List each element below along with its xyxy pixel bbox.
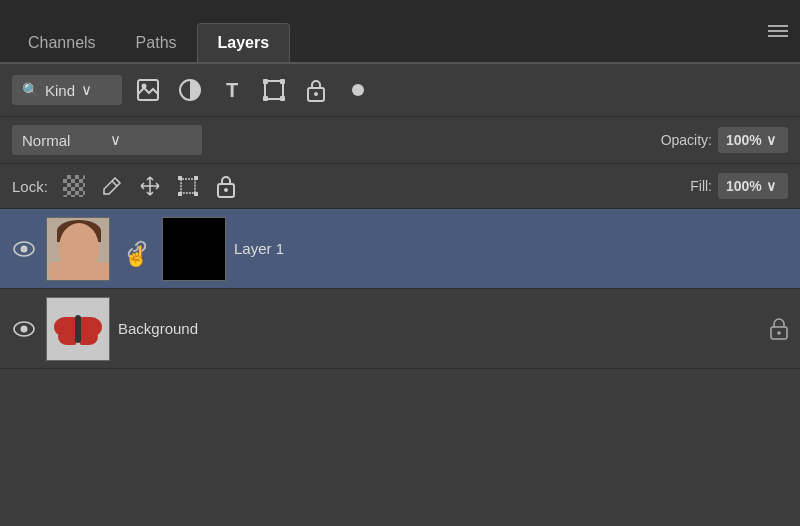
lock-filter-icon[interactable]: [300, 74, 332, 106]
artboard-icon: [177, 175, 199, 197]
blend-mode-label: Normal: [22, 132, 104, 149]
lock-all-button[interactable]: [212, 172, 240, 200]
eye-icon: [13, 321, 35, 337]
butterfly-wing: [80, 329, 98, 345]
svg-point-21: [21, 325, 28, 332]
svg-rect-16: [194, 192, 198, 196]
lock-transparent-pixels-button[interactable]: [60, 172, 88, 200]
checkerboard-icon: [63, 175, 85, 197]
layer-name: Background: [118, 320, 760, 337]
layers-panel: Channels Paths Layers 🔍 Kind ∨: [0, 0, 800, 526]
chain-icon: [126, 239, 146, 259]
svg-point-19: [21, 245, 28, 252]
panel-menu-button[interactable]: [768, 25, 788, 37]
search-icon: 🔍: [22, 82, 39, 98]
svg-rect-4: [263, 79, 268, 84]
layer-item[interactable]: Background: [0, 289, 800, 369]
fill-value: 100%: [726, 178, 762, 194]
svg-rect-5: [280, 79, 285, 84]
svg-point-10: [352, 84, 364, 96]
svg-rect-12: [181, 179, 195, 193]
fill-label: Fill:: [690, 178, 712, 194]
layer-name: Layer 1: [234, 240, 790, 257]
filter-row: 🔍 Kind ∨ T: [0, 64, 800, 117]
fill-section: Fill: 100% ∨: [690, 173, 788, 199]
lock-artboard-button[interactable]: [174, 172, 202, 200]
fill-input[interactable]: 100% ∨: [718, 173, 788, 199]
svg-rect-15: [178, 192, 182, 196]
opacity-label: Opacity:: [661, 132, 712, 148]
opacity-value: 100%: [726, 132, 762, 148]
svg-rect-13: [178, 176, 182, 180]
svg-rect-14: [194, 176, 198, 180]
lock-row: Lock:: [0, 164, 800, 209]
text-filter-icon[interactable]: T: [216, 74, 248, 106]
lock-position-button[interactable]: [136, 172, 164, 200]
hamburger-line-3: [768, 35, 788, 37]
svg-line-11: [112, 181, 117, 186]
tab-layers[interactable]: Layers: [197, 23, 291, 62]
layer-mask-thumbnail: [162, 217, 226, 281]
layer-visibility-toggle[interactable]: [10, 315, 38, 343]
arms-shape: [49, 262, 109, 280]
tab-paths[interactable]: Paths: [116, 24, 197, 62]
butterfly-wing: [58, 329, 76, 345]
layer-thumbnail: [46, 217, 110, 281]
kind-dropdown-arrow: ∨: [81, 81, 92, 99]
blend-mode-dropdown[interactable]: Normal ∨: [12, 125, 202, 155]
circle-half-filter-icon[interactable]: [174, 74, 206, 106]
hamburger-line-2: [768, 30, 788, 32]
image-filter-icon[interactable]: [132, 74, 164, 106]
blend-mode-row: Normal ∨ Opacity: 100% ∨: [0, 117, 800, 164]
lock-label: Lock:: [12, 178, 48, 195]
fill-dropdown-arrow: ∨: [766, 178, 776, 194]
svg-point-23: [777, 331, 781, 335]
svg-rect-6: [263, 96, 268, 101]
blend-dropdown-arrow: ∨: [110, 131, 192, 149]
svg-rect-7: [280, 96, 285, 101]
tab-bar: Channels Paths Layers: [0, 0, 800, 64]
kind-label: Kind: [45, 82, 75, 99]
kind-filter-dropdown[interactable]: 🔍 Kind ∨: [12, 75, 122, 105]
butterfly-body: [75, 315, 81, 343]
lock-image-pixels-button[interactable]: [98, 172, 126, 200]
move-icon: [139, 175, 161, 197]
transform-filter-icon[interactable]: [258, 74, 290, 106]
svg-point-9: [314, 92, 318, 96]
hamburger-line-1: [768, 25, 788, 27]
layer-lock-icon: [768, 318, 790, 340]
layer-link-icon[interactable]: ☝: [118, 238, 154, 260]
opacity-input[interactable]: 100% ∨: [718, 127, 788, 153]
layer-item[interactable]: ☝ Layer 1: [0, 209, 800, 289]
tab-channels[interactable]: Channels: [8, 24, 116, 62]
layer-thumbnail: [46, 297, 110, 361]
brush-icon: [101, 175, 123, 197]
opacity-section: Opacity: 100% ∨: [661, 127, 788, 153]
layer-visibility-toggle[interactable]: [10, 235, 38, 263]
dot-filter-icon[interactable]: [342, 74, 374, 106]
layers-list: ☝ Layer 1 Background: [0, 209, 800, 526]
eye-icon: [13, 241, 35, 257]
opacity-dropdown-arrow: ∨: [766, 132, 776, 148]
svg-point-17: [224, 188, 228, 192]
